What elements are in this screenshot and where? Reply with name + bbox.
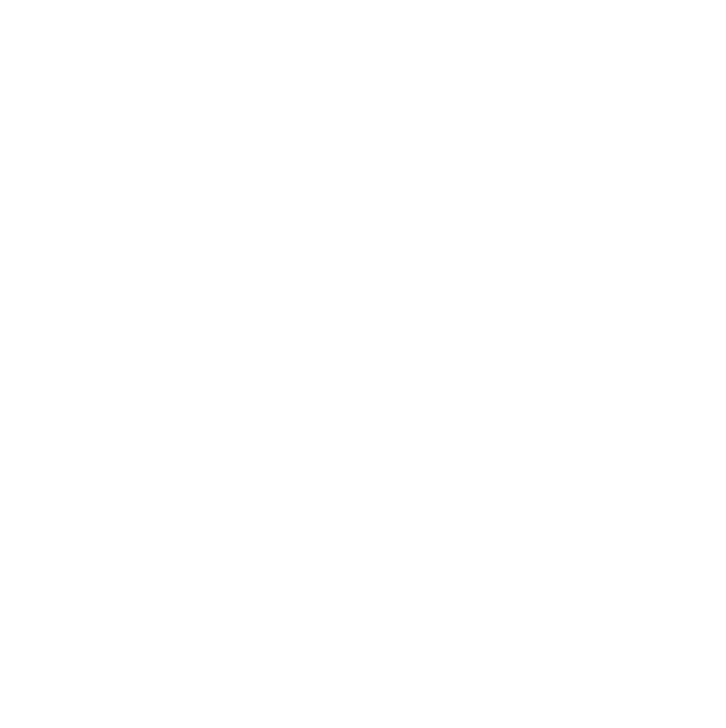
diagram-container bbox=[0, 0, 726, 728]
arrows-svg bbox=[0, 0, 726, 728]
